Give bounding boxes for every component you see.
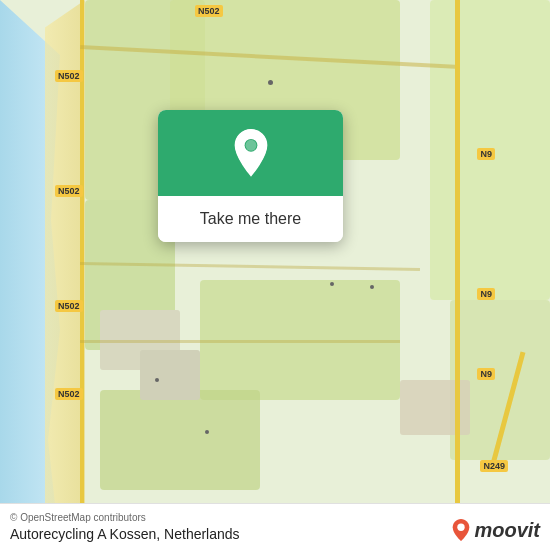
- location-pin-icon: [226, 128, 276, 178]
- map-dot-3: [370, 285, 374, 289]
- svg-point-2: [458, 524, 465, 531]
- moovit-text: moovit: [474, 519, 540, 542]
- road-label-n9-2: N9: [477, 288, 495, 300]
- beach-area: [45, 0, 85, 550]
- map-dot-5: [205, 430, 209, 434]
- map-container: N502 N502 N502 N502 N9 N9 N9 N249 N502 T…: [0, 0, 550, 550]
- road-label-n502-2: N502: [55, 185, 83, 197]
- building-area-2: [140, 350, 200, 400]
- bottom-bar: © OpenStreetMap contributors Autorecycli…: [0, 503, 550, 550]
- road-label-n249: N249: [480, 460, 508, 472]
- map-dot-4: [155, 378, 159, 382]
- road-label-n502-1: N502: [55, 70, 83, 82]
- road-label-n502-top: N502: [195, 5, 223, 17]
- map-dot-1: [268, 80, 273, 85]
- moovit-logo: moovit: [451, 518, 540, 542]
- popup-card: Take me there: [158, 110, 343, 242]
- road-label-n502-4: N502: [55, 388, 83, 400]
- road-n502-vertical: [80, 0, 84, 550]
- map-dot-2: [330, 282, 334, 286]
- popup-tail: [239, 240, 263, 242]
- road-label-n502-3: N502: [55, 300, 83, 312]
- svg-point-1: [245, 140, 256, 151]
- green-area-6: [100, 390, 260, 490]
- road-horizontal-2: [80, 340, 400, 343]
- road-n9-vertical: [455, 0, 460, 550]
- take-me-there-button[interactable]: Take me there: [158, 196, 343, 242]
- road-label-n9-3: N9: [477, 368, 495, 380]
- road-label-n9-1: N9: [477, 148, 495, 160]
- popup-header: [158, 110, 343, 196]
- moovit-pin-icon: [451, 518, 471, 542]
